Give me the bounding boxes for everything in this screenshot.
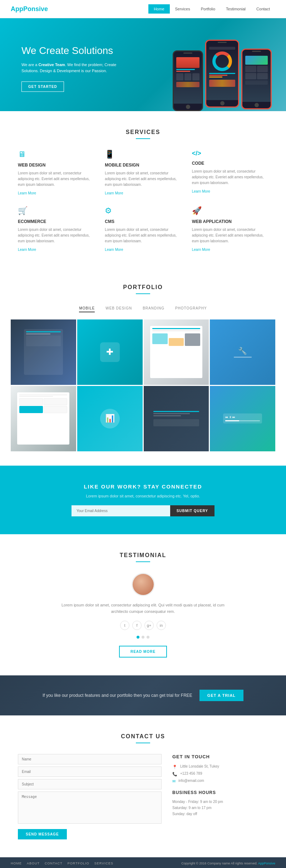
phone-text: +123 456 789 xyxy=(180,772,202,775)
mobile-design-desc: Lorem ipsum dolor sit amet, consectetur … xyxy=(105,170,181,188)
ecommerce-icon: 🛒 xyxy=(18,206,94,215)
code-desc: Lorem ipsum dolor sit amet, consectetur … xyxy=(192,169,268,186)
contact-grid: SEND MESSAGE GET IN TOUCH 📍 Little Lonsd… xyxy=(18,754,268,839)
send-message-button[interactable]: SEND MESSAGE xyxy=(18,829,67,839)
navbar: AppPonsive Home Services Portfolio Testi… xyxy=(0,0,286,18)
tab-web-design[interactable]: WEB DESIGN xyxy=(105,305,132,312)
nav-home[interactable]: Home xyxy=(148,4,169,14)
cms-desc: Lorem ipsum dolor sit amet, consectetur … xyxy=(105,227,181,244)
ecommerce-link[interactable]: Learn More xyxy=(18,248,36,252)
tab-mobile[interactable]: MOBILE xyxy=(79,305,95,312)
portfolio-item-2[interactable]: ✚ xyxy=(77,319,143,385)
phone-speaker xyxy=(183,53,192,54)
hero-cta-button[interactable]: GET STARTED xyxy=(21,81,64,92)
portfolio-heading: PORTFOLIO xyxy=(11,284,275,291)
portfolio-item-7[interactable] xyxy=(144,386,209,451)
stay-connected-desc: Lorem ipsum dolor sit amet, consectetur … xyxy=(11,494,275,498)
footer-link-portfolio[interactable]: PORTFOLIO xyxy=(68,862,89,865)
facebook-icon[interactable]: f xyxy=(132,621,142,630)
email-icon: ✉ xyxy=(172,779,176,784)
email-input[interactable] xyxy=(72,505,170,516)
phone-screen xyxy=(174,55,202,104)
phone-screen-right xyxy=(242,53,271,102)
tab-photography[interactable]: PHOTOGRAPHY xyxy=(175,305,207,312)
dot-2[interactable] xyxy=(142,636,144,639)
services-divider xyxy=(136,138,150,139)
footer-link-home[interactable]: HOME xyxy=(11,862,22,865)
address-icon: 📍 xyxy=(172,765,177,769)
nav-testimonial[interactable]: Testimonial xyxy=(221,4,251,14)
portfolio-item-5[interactable] xyxy=(11,386,76,451)
portfolio-divider xyxy=(136,293,150,294)
contact-message-input[interactable] xyxy=(18,792,162,824)
portfolio-item-6[interactable]: 📊 xyxy=(77,386,143,451)
testimonial-title: TESTIMONIAL xyxy=(11,552,275,562)
contact-name-input[interactable] xyxy=(18,754,162,764)
business-hours-title: BUSINESS HOURS xyxy=(172,790,268,795)
googleplus-icon[interactable]: g+ xyxy=(144,621,154,630)
get-trial-button[interactable]: GET A TRIAL xyxy=(199,690,243,701)
portfolio-item-1[interactable] xyxy=(11,319,76,385)
phone-icon: 📞 xyxy=(172,772,177,777)
service-web-design: 🖥 WEB DESIGN Lorem ipsum dolor sit amet,… xyxy=(18,150,94,195)
twitter-icon[interactable]: t xyxy=(120,621,129,630)
footer-links: HOME ABOUT CONTACT PORTFOLIO SERVICES xyxy=(11,862,113,865)
contact-subject-input[interactable] xyxy=(18,779,162,789)
code-link[interactable]: Learn More xyxy=(192,189,210,193)
footer-link-contact[interactable]: CONTACT xyxy=(45,862,63,865)
service-web-application: 🚀 WEB APPLICATION Lorem ipsum dolor sit … xyxy=(192,206,268,252)
footer-link-services[interactable]: SERVICES xyxy=(94,862,113,865)
phone-speaker-center xyxy=(218,42,227,43)
stay-connected-title: LIKE OUR WORK? STAY CONNECTED xyxy=(11,483,275,490)
social-icons: t f g+ in xyxy=(11,621,275,630)
phone-home-center xyxy=(220,101,225,105)
email-text: info@email.com xyxy=(178,779,204,783)
logo-app: App xyxy=(11,5,23,13)
portfolio-item-4[interactable]: 🔧 xyxy=(210,319,275,385)
address-text: Little Lonsdale St, Tukey xyxy=(180,764,219,768)
nav-services[interactable]: Services xyxy=(170,4,196,14)
services-grid: 🖥 WEB DESIGN Lorem ipsum dolor sit amet,… xyxy=(18,150,268,252)
dot-1[interactable] xyxy=(137,636,139,639)
read-more-button[interactable]: READ MORE xyxy=(119,646,167,658)
contact-section: CONTACT US SEND MESSAGE GET IN TOUCH 📍 L… xyxy=(0,715,286,857)
get-in-touch-title: GET IN TOUCH xyxy=(172,754,268,759)
web-design-link[interactable]: Learn More xyxy=(18,191,36,195)
web-app-desc: Lorem ipsum dolor sit amet, consectetur … xyxy=(192,227,268,244)
code-icon: </> xyxy=(192,150,268,157)
phone-item: 📞 +123 456 789 xyxy=(172,772,268,777)
mobile-design-link[interactable]: Learn More xyxy=(105,191,123,195)
portfolio-tabs: MOBILE WEB DESIGN BRANDING PHOTOGRAPHY xyxy=(11,305,275,312)
submit-query-button[interactable]: SUBMIT QUERY xyxy=(170,505,214,516)
contact-divider xyxy=(136,743,150,743)
web-app-icon: 🚀 xyxy=(192,206,268,215)
business-hours: BUSINESS HOURS Monday - Friday: 9 am to … xyxy=(172,790,268,817)
hero-description: We are a Creative Team. We find the prob… xyxy=(21,62,129,74)
testimonial-text: Lorem ipsum dolor sit amet, consectetur … xyxy=(54,602,232,615)
service-mobile-design: 📱 MOBILE DESIGN Lorem ipsum dolor sit am… xyxy=(105,150,181,195)
footer-link-about[interactable]: ABOUT xyxy=(27,862,40,865)
address-item: 📍 Little Lonsdale St, Tukey xyxy=(172,764,268,769)
nav-contact[interactable]: Contact xyxy=(251,4,275,14)
testimonial-divider xyxy=(136,561,150,562)
contact-email-input[interactable] xyxy=(18,767,162,777)
contact-title: CONTACT US xyxy=(11,733,275,743)
stay-connected-section: LIKE OUR WORK? STAY CONNECTED Lorem ipsu… xyxy=(0,466,286,534)
code-title: CODE xyxy=(192,161,268,166)
dot-3[interactable] xyxy=(147,636,149,639)
hero-section: We Create Solutions We are a Creative Te… xyxy=(0,18,286,111)
cms-link[interactable]: Learn More xyxy=(105,248,123,252)
phone-screen-center xyxy=(206,44,238,100)
services-title: SERVICES xyxy=(11,129,275,139)
email-form: SUBMIT QUERY xyxy=(72,505,214,516)
portfolio-section: PORTFOLIO MOBILE WEB DESIGN BRANDING PHO… xyxy=(0,270,286,466)
linkedin-icon[interactable]: in xyxy=(157,621,166,630)
portfolio-grid: ✚ 🔧 xyxy=(11,319,275,451)
tab-branding[interactable]: BRANDING xyxy=(143,305,164,312)
portfolio-item-8[interactable]: ⏮ ⏸ ⏭ xyxy=(210,386,275,451)
nav-portfolio[interactable]: Portfolio xyxy=(196,4,221,14)
portfolio-item-3[interactable] xyxy=(144,319,209,385)
web-app-link[interactable]: Learn More xyxy=(192,248,210,252)
ecommerce-desc: Lorem ipsum dolor sit amet, consectetur … xyxy=(18,227,94,244)
logo[interactable]: AppPonsive xyxy=(11,5,48,13)
